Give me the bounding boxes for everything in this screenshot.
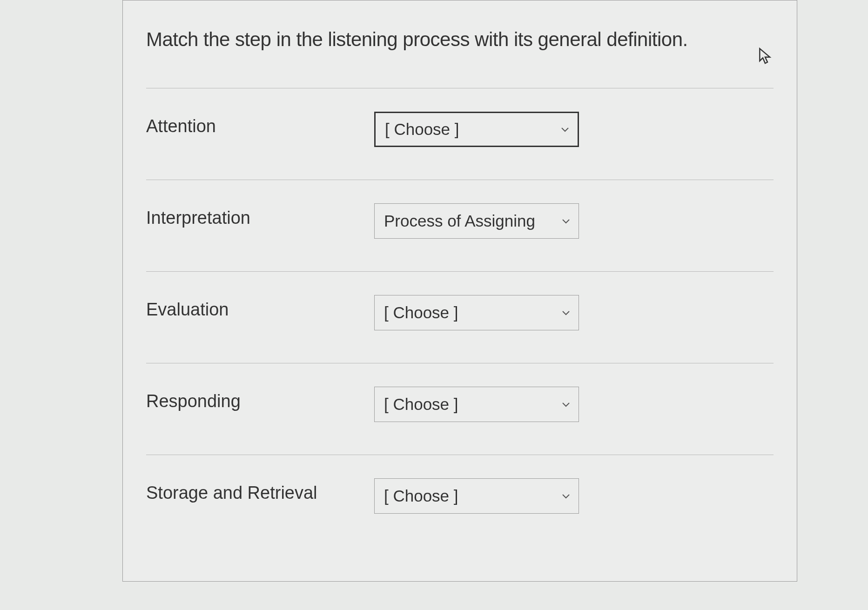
select-storage-retrieval[interactable]: [ Choose ]	[374, 478, 579, 514]
select-responding[interactable]: [ Choose ]	[374, 387, 579, 422]
match-row-responding: Responding [ Choose ]	[146, 363, 774, 455]
chevron-down-icon	[561, 127, 569, 132]
quiz-container: Match the step in the listening process …	[122, 0, 797, 582]
match-label: Responding	[146, 387, 374, 411]
match-label: Attention	[146, 112, 374, 136]
select-evaluation[interactable]: [ Choose ]	[374, 295, 579, 330]
select-wrapper: [ Choose ]	[374, 112, 579, 147]
chevron-down-icon	[562, 402, 570, 407]
select-interpretation[interactable]: Process of Assigning	[374, 203, 579, 239]
match-row-evaluation: Evaluation [ Choose ]	[146, 271, 774, 363]
question-prompt: Match the step in the listening process …	[146, 28, 774, 51]
chevron-down-icon	[562, 493, 570, 499]
chevron-down-icon	[562, 310, 570, 315]
match-label: Evaluation	[146, 295, 374, 320]
select-value: [ Choose ]	[384, 303, 458, 322]
chevron-down-icon	[562, 218, 570, 224]
select-wrapper: Process of Assigning	[374, 203, 579, 239]
match-row-storage-retrieval: Storage and Retrieval [ Choose ]	[146, 455, 774, 546]
select-value: [ Choose ]	[385, 120, 459, 139]
select-wrapper: [ Choose ]	[374, 295, 579, 330]
match-row-attention: Attention [ Choose ]	[146, 88, 774, 180]
select-wrapper: [ Choose ]	[374, 478, 579, 514]
select-attention[interactable]: [ Choose ]	[374, 112, 579, 147]
match-row-interpretation: Interpretation Process of Assigning	[146, 180, 774, 271]
match-label: Interpretation	[146, 203, 374, 228]
cursor-pointer-icon	[757, 47, 774, 66]
select-value: Process of Assigning	[384, 212, 535, 230]
select-wrapper: [ Choose ]	[374, 387, 579, 422]
select-value: [ Choose ]	[384, 487, 458, 505]
match-label: Storage and Retrieval	[146, 478, 374, 503]
select-value: [ Choose ]	[384, 395, 458, 414]
